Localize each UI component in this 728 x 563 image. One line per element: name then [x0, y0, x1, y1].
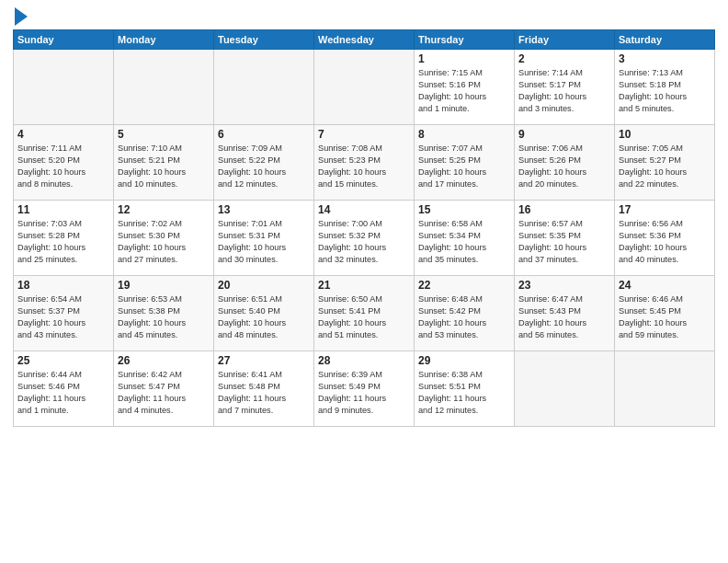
weekday-header-tuesday: Tuesday: [214, 30, 314, 50]
weekday-header-wednesday: Wednesday: [314, 30, 415, 50]
calendar-cell: 20Sunrise: 6:51 AM Sunset: 5:40 PM Dayli…: [214, 276, 314, 351]
calendar-cell: 8Sunrise: 7:07 AM Sunset: 5:25 PM Daylig…: [415, 125, 515, 201]
day-number: 10: [619, 128, 711, 141]
day-number: 2: [518, 52, 610, 65]
day-info: Sunrise: 6:48 AM Sunset: 5:42 PM Dayligh…: [418, 293, 510, 341]
calendar-cell: [214, 50, 314, 125]
calendar-cell: 12Sunrise: 7:02 AM Sunset: 5:30 PM Dayli…: [114, 201, 214, 276]
day-info: Sunrise: 7:13 AM Sunset: 5:18 PM Dayligh…: [619, 67, 711, 115]
calendar-week-2: 4Sunrise: 7:11 AM Sunset: 5:20 PM Daylig…: [14, 125, 715, 201]
day-info: Sunrise: 7:14 AM Sunset: 5:17 PM Dayligh…: [518, 67, 610, 115]
day-number: 6: [218, 128, 310, 141]
calendar-cell: 2Sunrise: 7:14 AM Sunset: 5:17 PM Daylig…: [515, 50, 615, 125]
calendar-cell: [615, 351, 715, 427]
weekday-header-thursday: Thursday: [415, 30, 515, 50]
calendar-cell: 25Sunrise: 6:44 AM Sunset: 5:46 PM Dayli…: [14, 351, 114, 427]
calendar-cell: 22Sunrise: 6:48 AM Sunset: 5:42 PM Dayli…: [415, 276, 515, 351]
day-number: 4: [17, 128, 109, 141]
day-info: Sunrise: 6:38 AM Sunset: 5:51 PM Dayligh…: [418, 369, 510, 417]
day-number: 22: [418, 279, 510, 292]
calendar-cell: 13Sunrise: 7:01 AM Sunset: 5:31 PM Dayli…: [214, 201, 314, 276]
day-number: 27: [218, 354, 310, 367]
calendar-cell: 9Sunrise: 7:06 AM Sunset: 5:26 PM Daylig…: [515, 125, 615, 201]
day-info: Sunrise: 6:58 AM Sunset: 5:34 PM Dayligh…: [418, 218, 510, 266]
calendar-cell: 18Sunrise: 6:54 AM Sunset: 5:37 PM Dayli…: [14, 276, 114, 351]
calendar-week-5: 25Sunrise: 6:44 AM Sunset: 5:46 PM Dayli…: [14, 351, 715, 427]
calendar-cell: 19Sunrise: 6:53 AM Sunset: 5:38 PM Dayli…: [114, 276, 214, 351]
calendar-cell: 26Sunrise: 6:42 AM Sunset: 5:47 PM Dayli…: [114, 351, 214, 427]
calendar-cell: 14Sunrise: 7:00 AM Sunset: 5:32 PM Dayli…: [314, 201, 415, 276]
day-number: 23: [518, 279, 610, 292]
calendar-cell: 6Sunrise: 7:09 AM Sunset: 5:22 PM Daylig…: [214, 125, 314, 201]
day-number: 19: [118, 279, 210, 292]
calendar-week-4: 18Sunrise: 6:54 AM Sunset: 5:37 PM Dayli…: [14, 276, 715, 351]
calendar-cell: 28Sunrise: 6:39 AM Sunset: 5:49 PM Dayli…: [314, 351, 415, 427]
day-number: 28: [318, 354, 410, 367]
weekday-header-friday: Friday: [515, 30, 615, 50]
day-info: Sunrise: 6:47 AM Sunset: 5:43 PM Dayligh…: [518, 293, 610, 341]
day-number: 18: [17, 279, 109, 292]
day-number: 29: [418, 354, 510, 367]
calendar-table: SundayMondayTuesdayWednesdayThursdayFrid…: [13, 29, 715, 427]
page: SundayMondayTuesdayWednesdayThursdayFrid…: [0, 0, 728, 563]
day-info: Sunrise: 6:54 AM Sunset: 5:37 PM Dayligh…: [17, 293, 109, 341]
calendar-cell: 21Sunrise: 6:50 AM Sunset: 5:41 PM Dayli…: [314, 276, 415, 351]
calendar-cell: 10Sunrise: 7:05 AM Sunset: 5:27 PM Dayli…: [615, 125, 715, 201]
logo: [13, 9, 28, 24]
day-number: 16: [518, 203, 610, 216]
day-info: Sunrise: 7:09 AM Sunset: 5:22 PM Dayligh…: [218, 143, 310, 190]
day-info: Sunrise: 7:06 AM Sunset: 5:26 PM Dayligh…: [518, 143, 610, 190]
day-info: Sunrise: 6:39 AM Sunset: 5:49 PM Dayligh…: [318, 369, 410, 417]
day-number: 24: [619, 279, 711, 292]
calendar-cell: [314, 50, 415, 125]
day-info: Sunrise: 7:05 AM Sunset: 5:27 PM Dayligh…: [619, 143, 711, 190]
day-number: 7: [318, 128, 410, 141]
calendar-week-1: 1Sunrise: 7:15 AM Sunset: 5:16 PM Daylig…: [14, 50, 715, 125]
day-number: 21: [318, 279, 410, 292]
calendar-cell: 29Sunrise: 6:38 AM Sunset: 5:51 PM Dayli…: [415, 351, 515, 427]
calendar-cell: 24Sunrise: 6:46 AM Sunset: 5:45 PM Dayli…: [615, 276, 715, 351]
day-info: Sunrise: 6:57 AM Sunset: 5:35 PM Dayligh…: [518, 218, 610, 266]
calendar-cell: 1Sunrise: 7:15 AM Sunset: 5:16 PM Daylig…: [415, 50, 515, 125]
day-info: Sunrise: 7:10 AM Sunset: 5:21 PM Dayligh…: [118, 143, 210, 190]
day-number: 14: [318, 203, 410, 216]
calendar-cell: 3Sunrise: 7:13 AM Sunset: 5:18 PM Daylig…: [615, 50, 715, 125]
calendar-cell: 11Sunrise: 7:03 AM Sunset: 5:28 PM Dayli…: [14, 201, 114, 276]
calendar-cell: 15Sunrise: 6:58 AM Sunset: 5:34 PM Dayli…: [415, 201, 515, 276]
day-info: Sunrise: 7:11 AM Sunset: 5:20 PM Dayligh…: [17, 143, 109, 190]
day-info: Sunrise: 6:50 AM Sunset: 5:41 PM Dayligh…: [318, 293, 410, 341]
day-number: 25: [17, 354, 109, 367]
day-info: Sunrise: 6:41 AM Sunset: 5:48 PM Dayligh…: [218, 369, 310, 417]
calendar-cell: 4Sunrise: 7:11 AM Sunset: 5:20 PM Daylig…: [14, 125, 114, 201]
calendar-cell: 16Sunrise: 6:57 AM Sunset: 5:35 PM Dayli…: [515, 201, 615, 276]
day-info: Sunrise: 7:02 AM Sunset: 5:30 PM Dayligh…: [118, 218, 210, 266]
day-number: 26: [118, 354, 210, 367]
day-info: Sunrise: 6:42 AM Sunset: 5:47 PM Dayligh…: [118, 369, 210, 417]
day-number: 17: [619, 203, 711, 216]
header: [13, 9, 715, 24]
day-info: Sunrise: 6:46 AM Sunset: 5:45 PM Dayligh…: [619, 293, 711, 341]
day-info: Sunrise: 7:03 AM Sunset: 5:28 PM Dayligh…: [17, 218, 109, 266]
calendar-cell: [114, 50, 214, 125]
weekday-header-row: SundayMondayTuesdayWednesdayThursdayFrid…: [14, 30, 715, 50]
day-number: 5: [118, 128, 210, 141]
day-info: Sunrise: 6:53 AM Sunset: 5:38 PM Dayligh…: [118, 293, 210, 341]
calendar-cell: 5Sunrise: 7:10 AM Sunset: 5:21 PM Daylig…: [114, 125, 214, 201]
calendar-cell: [515, 351, 615, 427]
day-info: Sunrise: 6:51 AM Sunset: 5:40 PM Dayligh…: [218, 293, 310, 341]
day-info: Sunrise: 7:07 AM Sunset: 5:25 PM Dayligh…: [418, 143, 510, 190]
day-number: 11: [17, 203, 109, 216]
day-number: 3: [619, 52, 711, 65]
day-number: 9: [518, 128, 610, 141]
day-info: Sunrise: 7:00 AM Sunset: 5:32 PM Dayligh…: [318, 218, 410, 266]
day-info: Sunrise: 7:15 AM Sunset: 5:16 PM Dayligh…: [418, 67, 510, 115]
calendar-cell: 23Sunrise: 6:47 AM Sunset: 5:43 PM Dayli…: [515, 276, 615, 351]
day-info: Sunrise: 6:56 AM Sunset: 5:36 PM Dayligh…: [619, 218, 711, 266]
day-number: 15: [418, 203, 510, 216]
day-number: 8: [418, 128, 510, 141]
logo-arrow-icon: [15, 7, 28, 26]
day-number: 12: [118, 203, 210, 216]
day-number: 20: [218, 279, 310, 292]
day-info: Sunrise: 7:01 AM Sunset: 5:31 PM Dayligh…: [218, 218, 310, 266]
day-info: Sunrise: 7:08 AM Sunset: 5:23 PM Dayligh…: [318, 143, 410, 190]
